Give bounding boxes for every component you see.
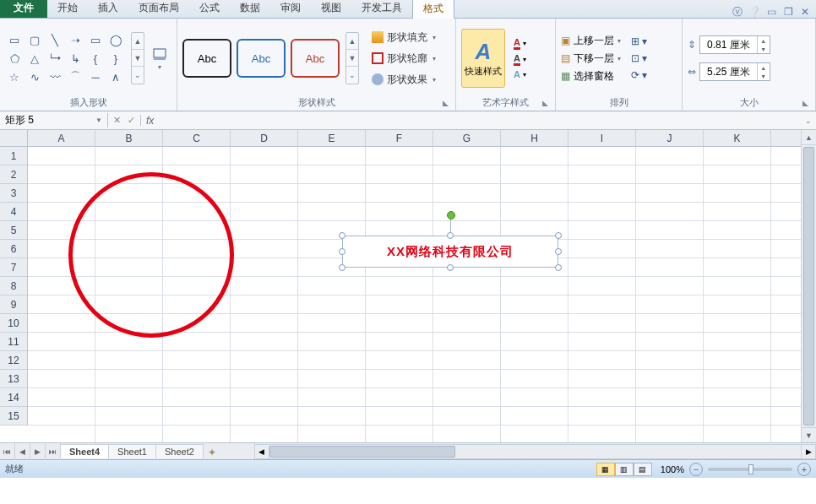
- height-up-icon[interactable]: ▲: [758, 36, 770, 45]
- shape-rect-icon[interactable]: ▭: [5, 31, 24, 48]
- handle-tc[interactable]: [447, 232, 454, 239]
- width-up-icon[interactable]: ▲: [758, 63, 770, 72]
- column-headers[interactable]: ABCDEFGHIJK: [28, 130, 801, 147]
- style-up-icon[interactable]: ▲: [346, 33, 358, 50]
- gallery-down-icon[interactable]: ▼: [132, 50, 144, 67]
- hscroll-right-icon[interactable]: ▶: [801, 444, 816, 459]
- hscroll-left-icon[interactable]: ◀: [254, 444, 269, 459]
- view-page-break-icon[interactable]: ▤: [634, 463, 652, 476]
- bring-forward-button[interactable]: ▣ 上移一层▾: [561, 34, 621, 48]
- zoom-out-button[interactable]: −: [689, 463, 703, 476]
- accept-formula-icon[interactable]: ✓: [128, 115, 135, 126]
- shape-rounded-icon[interactable]: ▢: [25, 31, 44, 48]
- zoom-value[interactable]: 100%: [661, 464, 684, 474]
- shape-oval-icon[interactable]: ◯: [106, 31, 125, 48]
- quick-style-button[interactable]: A 快速样式: [461, 29, 505, 88]
- gallery-up-icon[interactable]: ▲: [132, 33, 144, 50]
- handle-mr[interactable]: [555, 248, 562, 255]
- col-header[interactable]: K: [704, 130, 771, 146]
- insert-sheet-icon[interactable]: ✦: [204, 447, 220, 458]
- cells-area[interactable]: XX网络科技有限公司: [28, 147, 801, 442]
- handle-br[interactable]: [555, 264, 562, 271]
- vscroll-thumb[interactable]: [803, 147, 814, 425]
- send-backward-button[interactable]: ▤ 下移一层▾: [561, 51, 621, 66]
- col-header[interactable]: I: [568, 130, 636, 146]
- tab-page-layout[interactable]: 页面布局: [128, 0, 189, 18]
- tab-formula[interactable]: 公式: [189, 0, 230, 18]
- shape-conn-icon[interactable]: ↳: [66, 50, 84, 67]
- col-header[interactable]: J: [636, 130, 704, 146]
- circle-shape[interactable]: [68, 172, 234, 338]
- shape-curve-icon[interactable]: ∿: [25, 68, 44, 85]
- rotate-button[interactable]: ⟳ ▾: [631, 69, 647, 81]
- zoom-in-button[interactable]: +: [797, 463, 811, 476]
- shape-arrow-icon[interactable]: ➝: [66, 31, 84, 48]
- tab-dev[interactable]: 开发工具: [351, 0, 412, 18]
- sheet-nav-first-icon[interactable]: ⏮: [0, 443, 15, 460]
- col-header[interactable]: D: [231, 130, 298, 146]
- width-input[interactable]: 5.25 厘米 ▲▼: [699, 62, 770, 81]
- window-restore-icon[interactable]: ❐: [782, 6, 794, 18]
- vscroll-up-icon[interactable]: ▲: [802, 130, 816, 145]
- style-more-icon[interactable]: ⌄: [346, 67, 358, 84]
- view-normal-icon[interactable]: ▦: [596, 463, 615, 476]
- text-effects-button[interactable]: A▾: [514, 69, 526, 79]
- name-box[interactable]: 矩形 5 ▼: [0, 113, 108, 127]
- row-header[interactable]: 4: [0, 203, 27, 221]
- tab-view[interactable]: 视图: [311, 0, 351, 18]
- row-header[interactable]: 2: [0, 165, 27, 184]
- selection-pane-button[interactable]: ▦ 选择窗格: [561, 69, 621, 84]
- shape-gallery[interactable]: ▭ ▢ ╲ ➝ ▭ ◯ ⬠ △ ⮡ ↳ { } ☆ ∿ 〰 ⌒ ─ ∧: [5, 31, 125, 85]
- window-minimize-icon[interactable]: ▭: [765, 6, 777, 18]
- help-icon[interactable]: ❔: [748, 6, 760, 18]
- handle-tl[interactable]: [339, 232, 345, 239]
- handle-bc[interactable]: [447, 264, 454, 271]
- col-header[interactable]: E: [298, 130, 366, 146]
- cancel-formula-icon[interactable]: ✕: [113, 115, 121, 126]
- shape-angle-icon[interactable]: ∧: [106, 68, 125, 85]
- shape-arc-icon[interactable]: ⌒: [66, 68, 84, 85]
- row-header[interactable]: 5: [0, 221, 27, 240]
- row-header[interactable]: 3: [0, 184, 27, 203]
- row-header[interactable]: 10: [0, 314, 27, 333]
- rotation-handle[interactable]: [447, 211, 455, 219]
- row-header[interactable]: 9: [0, 295, 27, 314]
- textbox-shape[interactable]: XX网络科技有限公司: [342, 236, 558, 268]
- select-all-corner[interactable]: [0, 130, 28, 147]
- height-input[interactable]: 0.81 厘米 ▲▼: [699, 35, 770, 54]
- row-header[interactable]: 13: [0, 370, 27, 388]
- tab-insert[interactable]: 插入: [88, 0, 128, 18]
- zoom-knob[interactable]: [748, 464, 753, 474]
- fx-icon[interactable]: fx: [141, 115, 159, 127]
- height-down-icon[interactable]: ▼: [758, 45, 770, 53]
- tab-file[interactable]: 文件: [0, 0, 47, 18]
- view-page-layout-icon[interactable]: ▥: [615, 463, 634, 476]
- style-preset-3[interactable]: Abc: [291, 39, 340, 78]
- sheet-tab-1[interactable]: Sheet1: [109, 444, 156, 458]
- shape-star-icon[interactable]: ☆: [5, 68, 24, 85]
- col-header[interactable]: B: [95, 130, 163, 146]
- row-header[interactable]: 7: [0, 258, 27, 277]
- sheet-tab-4[interactable]: Sheet4: [61, 444, 109, 458]
- edit-shape-button[interactable]: ▾: [151, 46, 168, 71]
- expand-formula-icon[interactable]: ⌄: [801, 117, 816, 125]
- zoom-slider[interactable]: [708, 468, 792, 471]
- row-header[interactable]: 8: [0, 277, 27, 295]
- shape-effects-button[interactable]: 形状效果 ▾: [369, 71, 438, 89]
- shape-line-icon[interactable]: ╲: [46, 31, 64, 48]
- row-header[interactable]: 11: [0, 333, 27, 351]
- shape-rect2-icon[interactable]: ▭: [86, 31, 105, 48]
- hscroll-thumb[interactable]: [269, 446, 455, 458]
- tab-start[interactable]: 开始: [47, 0, 88, 18]
- sheet-nav-last-icon[interactable]: ⏭: [46, 443, 61, 460]
- text-fill-button[interactable]: A▾: [514, 37, 526, 50]
- vscroll-down-icon[interactable]: ▼: [802, 427, 816, 442]
- shape-hex-icon[interactable]: ⬠: [5, 50, 24, 67]
- tab-format[interactable]: 格式: [412, 0, 454, 19]
- horizontal-scrollbar[interactable]: ◀ ▶: [254, 444, 816, 459]
- sheet-tab-2[interactable]: Sheet2: [156, 444, 204, 458]
- shape-styles-dialog-icon[interactable]: ◣: [443, 99, 449, 107]
- shape-fill-button[interactable]: 形状填充 ▾: [369, 29, 438, 46]
- style-preset-2[interactable]: Abc: [237, 39, 286, 78]
- tab-data[interactable]: 数据: [230, 0, 270, 18]
